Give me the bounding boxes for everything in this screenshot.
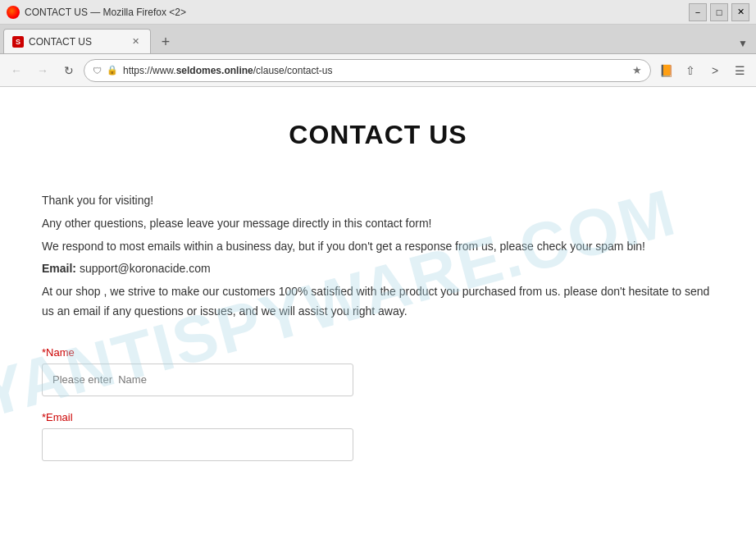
body-line3: We respond to most emails within a busin… [42,237,714,257]
email-value: support@koronacide.com [80,262,211,275]
forward-button[interactable]: → [31,59,54,82]
titlebar-left: CONTACT US — Mozilla Firefox <2> [7,6,186,19]
pocket-button[interactable]: 📙 [654,59,677,82]
name-label: *Name [42,346,714,359]
body-email: Email: support@koronacide.com [42,259,714,279]
extensions-button[interactable]: > [704,59,726,82]
firefox-icon [7,6,20,19]
titlebar: CONTACT US — Mozilla Firefox <2> − □ ✕ [0,0,756,25]
content-inner: CONTACT US Thank you for visiting! Any o… [9,87,747,509]
reload-button[interactable]: ↻ [57,59,80,82]
name-input[interactable] [42,364,353,396]
bookmark-star-icon[interactable]: ★ [632,64,642,76]
tabbar: S CONTACT US ✕ + ▼ [0,25,756,54]
page-heading: CONTACT US [42,120,714,150]
email-field-label: *Email [42,411,714,423]
lock-icon: 🔒 [107,65,118,75]
tab-overflow-button[interactable]: ▼ [733,34,753,53]
address-bar[interactable]: 🛡 🔒 https://www.seldomes.online/clause/c… [84,59,651,82]
back-button[interactable]: ← [5,59,28,82]
navbar-right: 📙 ⇧ > ☰ [654,59,751,82]
body-line1: Thank you for visiting! [42,191,714,211]
tab-label: CONTACT US [29,36,124,48]
page-content: MYANTISPYWARE.COM CONTACT US Thank you f… [0,87,756,535]
contact-form: *Name *Email [42,346,714,461]
body-line2: Any other questions, please leave your m… [42,214,714,234]
page-body: Thank you for visiting! Any other questi… [42,191,714,322]
tab-close-button[interactable]: ✕ [129,35,142,48]
titlebar-title: CONTACT US — Mozilla Firefox <2> [25,7,186,18]
maximize-button[interactable]: □ [710,3,728,21]
navbar: ← → ↻ 🛡 🔒 https://www.seldomes.online/cl… [0,54,756,87]
tab-favicon: S [12,36,24,48]
shield-icon: 🛡 [93,66,102,75]
share-button[interactable]: ⇧ [679,59,702,82]
new-tab-button[interactable]: + [154,30,177,53]
email-input[interactable] [42,428,353,461]
tab-contact-us[interactable]: S CONTACT US ✕ [3,29,151,53]
url-text: https://www.seldomes.online/clause/conta… [123,65,627,76]
minimize-button[interactable]: − [689,3,707,21]
body-line4: At our shop , we strive to make our cust… [42,282,714,322]
email-label: Email: [42,262,76,275]
name-field: *Name [42,346,714,396]
email-field-container: *Email [42,411,714,461]
titlebar-controls[interactable]: − □ ✕ [689,3,749,21]
menu-button[interactable]: ☰ [728,59,751,82]
close-button[interactable]: ✕ [731,3,749,21]
